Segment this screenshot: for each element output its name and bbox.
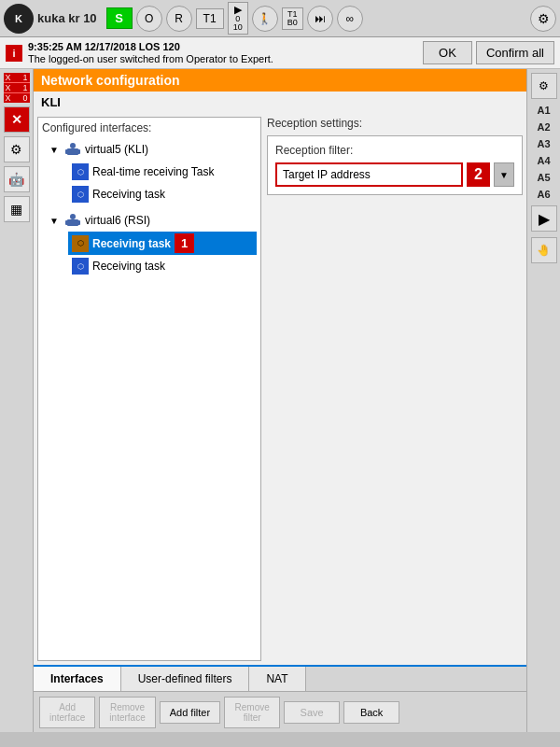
reception-filter-label: Reception filter: (275, 144, 514, 157)
add-interface-btn[interactable]: Add interface (39, 697, 95, 728)
remove-filter-btn[interactable]: Remove filter (224, 697, 280, 728)
btn-o[interactable]: O (136, 6, 162, 32)
notif-time: 9:35:25 AM 12/17/2018 LOS 120 (28, 41, 417, 52)
collapse-arrow-v5: ▼ (49, 145, 61, 155)
right-arrow-btn[interactable]: ▶ (531, 205, 557, 232)
robot-sidebar-icon[interactable]: 🤖 (4, 166, 30, 192)
error-badges: X1 X1 X0 (4, 73, 30, 103)
svg-point-4 (70, 214, 76, 219)
tab-nat[interactable]: NAT (249, 667, 305, 691)
node-icon-recv-v5: ⬡ (71, 185, 90, 204)
robot-icon-v6 (63, 211, 82, 230)
right-label-a6: A6 (537, 189, 550, 200)
filter-value: Target IP address (283, 168, 371, 181)
main-layout: X1 X1 X0 ✕ ⚙ 🤖 ▦ Network configuration K… (0, 69, 560, 732)
gear-sidebar-icon[interactable]: ⚙ (4, 136, 30, 162)
kuka-logo: K (4, 4, 34, 34)
btn-r[interactable]: R (166, 6, 192, 32)
right-hand-btn[interactable]: 🤚 (531, 237, 557, 263)
svg-rect-6 (65, 220, 68, 225)
play-status: ▶ 0 10 (228, 2, 248, 35)
right-settings-btn[interactable]: ⚙ (531, 73, 557, 99)
right-label-a1: A1 (537, 105, 550, 116)
reception-box: Reception filter: Target IP address 2 ▼ (267, 135, 523, 195)
tree-receiving-v5[interactable]: ⬡ Receiving task (68, 183, 257, 205)
save-btn[interactable]: Save (284, 701, 340, 724)
robot-title: kuka kr 10 (37, 11, 97, 25)
right-label-a5: A5 (537, 172, 550, 183)
node-icon-recv-v6-2: ⬡ (71, 257, 90, 275)
tree-virtual6[interactable]: ▼ virtual6 (RSI) (49, 209, 257, 232)
robot-icon-v5 (63, 140, 82, 159)
top-bar: K kuka kr 10 S O R T1 ▶ 0 10 🚶 T1 B0 ⏭ ∞… (0, 0, 560, 37)
tree-panel: Configured interfaces: ▼ virtual5 (KLI) (37, 117, 261, 661)
grid-sidebar-icon[interactable]: ▦ (4, 196, 30, 222)
node-icon-rt: ⬡ (71, 162, 90, 181)
tree-realtime[interactable]: ⬡ Real-time receiving Task (68, 161, 257, 183)
left-sidebar: X1 X1 X0 ✕ ⚙ 🤖 ▦ (0, 69, 34, 732)
close-sidebar-icon[interactable]: ✕ (4, 106, 30, 133)
svg-rect-1 (67, 148, 78, 155)
filter-badge: 2 (467, 162, 490, 187)
right-label-a2: A2 (537, 121, 550, 133)
notif-message: The logged-on user switched from Operato… (28, 53, 417, 64)
virtual6-label: virtual6 (RSI) (85, 214, 150, 227)
svg-rect-7 (77, 220, 80, 225)
svg-point-0 (70, 143, 76, 148)
settings-icon[interactable]: ⚙ (530, 6, 556, 32)
receiving-v6-2-label: Receiving task (92, 260, 165, 273)
btn-s[interactable]: S (106, 7, 133, 29)
tree-receiving-v6-selected[interactable]: ⬡ Receiving task 1 (68, 232, 257, 255)
receiving-v5-label: Receiving task (92, 188, 165, 201)
back-btn[interactable]: Back (343, 701, 399, 724)
right-sidebar: ⚙ A1 A2 A3 A4 A5 A6 ▶ 🤚 (526, 69, 560, 732)
right-label-a3: A3 (537, 138, 550, 149)
configured-label: Configured interfaces: (42, 121, 257, 134)
svg-rect-5 (67, 219, 78, 226)
tree-virtual5[interactable]: ▼ virtual5 (KLI) (49, 138, 257, 161)
center-content: Network configuration KLI Configured int… (34, 69, 526, 732)
infinity-icon: ∞ (337, 6, 363, 32)
svg-rect-3 (77, 149, 80, 154)
filter-select-row: Target IP address 2 ▼ (275, 162, 514, 187)
svg-rect-2 (65, 149, 68, 154)
right-label-a4: A4 (537, 155, 550, 166)
add-filter-btn[interactable]: Add filter (160, 701, 220, 724)
confirm-all-button[interactable]: Confirm all (476, 41, 554, 64)
receiving-v6-sel-label: Receiving task (92, 237, 171, 250)
tree-receiving-v6-2[interactable]: ⬡ Receiving task (68, 255, 257, 277)
node-icon-recv-v6-sel: ⬡ (71, 234, 90, 253)
virtual5-label: virtual5 (KLI) (85, 143, 148, 156)
reception-panel: Reception settings: Reception filter: Ta… (267, 117, 523, 661)
kli-label: KLI (34, 92, 526, 113)
btn-t1[interactable]: T1 (196, 8, 224, 29)
bottom-toolbar: Add interface Remove interface Add filte… (34, 691, 526, 732)
dropdown-arrow[interactable]: ▼ (494, 162, 514, 187)
filter-select-field[interactable]: Target IP address (275, 162, 463, 187)
walk-icon: 🚶 (252, 6, 278, 32)
collapse-arrow-v6: ▼ (49, 216, 61, 226)
network-header: Network configuration (34, 69, 526, 92)
tab-bar: Interfaces User-defined filters NAT (34, 665, 526, 691)
reception-settings-label: Reception settings: (267, 117, 523, 130)
tab-user-defined[interactable]: User-defined filters (121, 667, 250, 691)
tab-interfaces[interactable]: Interfaces (34, 667, 121, 693)
remove-interface-btn[interactable]: Remove interface (99, 697, 155, 728)
ok-button[interactable]: OK (423, 41, 472, 64)
t1b0-badge: T1 B0 (282, 7, 303, 30)
notif-icon: i (6, 45, 22, 62)
realtime-label: Real-time receiving Task (92, 165, 215, 178)
notification-bar: i 9:35:25 AM 12/17/2018 LOS 120 The logg… (0, 37, 560, 69)
badge-1: 1 (175, 233, 194, 253)
skip-icon[interactable]: ⏭ (307, 6, 333, 32)
panel-body: Configured interfaces: ▼ virtual5 (KLI) (34, 113, 526, 665)
